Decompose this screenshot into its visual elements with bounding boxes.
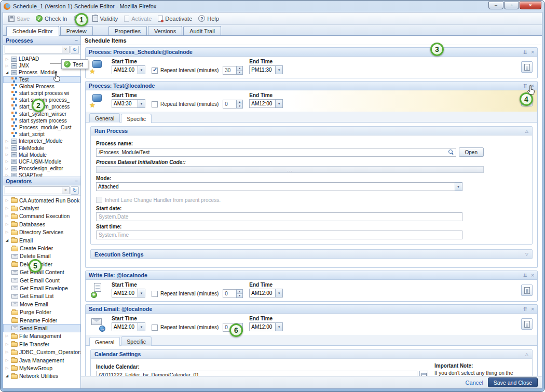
tree-item[interactable]: ▷Databases: [3, 220, 80, 228]
help-button[interactable]: ?Help: [196, 14, 222, 23]
tab-specific[interactable]: Specific: [121, 336, 152, 346]
clear-search-icon[interactable]: ×: [62, 46, 69, 53]
tree-item[interactable]: ▷CA Automated Run Book: [3, 196, 80, 204]
deactivate-button[interactable]: Deactivate: [155, 15, 195, 23]
panel-header[interactable]: Send Email: @localnode⇈×: [86, 305, 537, 314]
start-time-select[interactable]: AM12:00▼: [112, 65, 145, 74]
tree-item[interactable]: start_system_winser: [3, 111, 80, 117]
refresh-icon[interactable]: ↻: [71, 46, 79, 54]
activate-button[interactable]: Activate: [121, 15, 154, 23]
chevron-down-icon[interactable]: ▼: [138, 289, 145, 298]
close-icon[interactable]: ×: [531, 49, 534, 55]
expand-icon[interactable]: ▷: [5, 153, 9, 157]
tree-item[interactable]: Get Email Envelope: [3, 284, 80, 292]
tree-item[interactable]: ▷SOAPTest: [3, 172, 80, 177]
search-icon[interactable]: [448, 150, 454, 155]
expand-icon[interactable]: ▷: [5, 222, 9, 226]
end-time-select[interactable]: AM12:00▼: [249, 322, 283, 331]
chevron-down-icon[interactable]: ▼: [455, 182, 462, 191]
chevron-down-icon[interactable]: ▼: [275, 99, 283, 108]
tree-item[interactable]: ▷MyNewGroup: [3, 364, 80, 372]
panel-header[interactable]: Write File: @localnode⇊×: [86, 271, 537, 280]
start-time-input[interactable]: System.Time: [96, 231, 462, 239]
close-button[interactable]: ×: [520, 2, 541, 9]
cancel-link[interactable]: Cancel: [466, 380, 483, 386]
tab-preview[interactable]: Preview: [60, 26, 93, 35]
tree-item[interactable]: start_script: [3, 131, 80, 138]
interval-spinner[interactable]: 30▲▼: [223, 66, 243, 75]
panel-header[interactable]: Process: Test@localnode⇈×: [86, 82, 537, 90]
close-icon[interactable]: ×: [531, 273, 534, 278]
calendar-picker-button[interactable]: [419, 371, 428, 376]
process-name-input[interactable]: /Process_Module/Test: [96, 148, 456, 157]
tree-item[interactable]: Global Process: [3, 83, 80, 90]
check-in-button[interactable]: ✓Check In: [33, 14, 70, 23]
collapse-section-icon[interactable]: △: [525, 129, 528, 133]
expand-icon[interactable]: ▷: [5, 350, 9, 354]
tree-item[interactable]: ◢Network Utilities: [3, 372, 80, 380]
interval-spinner[interactable]: 0▲▼: [223, 289, 243, 298]
calendar-settings-header[interactable]: Calendar Settings△: [91, 350, 532, 359]
tree-item[interactable]: Get Email List: [3, 292, 80, 300]
tab-specific[interactable]: Specific: [121, 114, 152, 123]
spinner-up-icon[interactable]: ▲: [237, 290, 242, 293]
collapse-icon[interactable]: ⇈: [523, 306, 527, 312]
tab-versions[interactable]: Versions: [148, 26, 182, 35]
tree-item[interactable]: start system process: [3, 117, 80, 124]
expand-icon[interactable]: ▷: [5, 167, 9, 171]
run-process-header[interactable]: Run Process△: [91, 127, 532, 136]
expand-icon[interactable]: ▷: [5, 57, 9, 61]
tree-item[interactable]: Delete Email: [3, 252, 80, 260]
inherit-lane-checkbox[interactable]: [96, 197, 102, 203]
expand-icon[interactable]: ▷: [5, 366, 9, 370]
repeat-interval-checkbox[interactable]: ✓: [152, 67, 158, 74]
item-report-button[interactable]: [521, 318, 533, 330]
spinner-down-icon[interactable]: ▼: [237, 70, 242, 74]
tab-audit-trail[interactable]: Audit Trail: [183, 26, 221, 35]
save-and-close-button[interactable]: Save and Close: [488, 377, 538, 387]
spinner-up-icon[interactable]: ▲: [237, 66, 242, 70]
expand-icon[interactable]: ▷: [5, 214, 9, 218]
start-time-select[interactable]: AM12:00▼: [112, 322, 145, 331]
item-report-button[interactable]: [521, 61, 533, 73]
end-time-select[interactable]: PM11:30▼: [249, 65, 283, 74]
tree-item[interactable]: ▷File Management: [3, 332, 80, 340]
expand-icon[interactable]: ▷: [5, 139, 9, 143]
expand-section-icon[interactable]: ▽: [525, 252, 528, 256]
expand-icon[interactable]: ▷: [5, 206, 9, 210]
operators-collapse-icon[interactable]: −: [75, 178, 78, 184]
tab-general[interactable]: General: [89, 113, 120, 123]
maximize-button[interactable]: ▫: [504, 2, 519, 9]
repeat-interval-checkbox[interactable]: [152, 291, 158, 297]
tab-general[interactable]: General: [89, 337, 120, 346]
tree-item-selected[interactable]: Test: [3, 76, 80, 83]
collapse-section-icon[interactable]: △: [525, 352, 528, 357]
collapse-icon[interactable]: ⇊: [523, 49, 527, 55]
tree-item[interactable]: Purge Folder: [3, 308, 80, 316]
expand-icon[interactable]: ▷: [5, 146, 9, 150]
tree-item[interactable]: ◢Process_Module: [3, 69, 80, 76]
expand-icon[interactable]: ▷: [5, 198, 9, 202]
panel-header[interactable]: Process: Process_Schedule@localnode⇊×: [86, 48, 537, 57]
start-date-input[interactable]: System.Date: [96, 212, 462, 221]
tree-item[interactable]: ▷Procsdesign_editor: [3, 165, 80, 172]
validity-button[interactable]: Validity: [90, 14, 121, 23]
tab-properties[interactable]: Properties: [108, 26, 147, 35]
operators-header[interactable]: Operators−: [3, 177, 80, 185]
expand-icon[interactable]: ▷: [5, 358, 9, 362]
mode-select[interactable]: Attached▼: [96, 182, 462, 191]
tree-item[interactable]: ▷Java Management: [3, 356, 80, 364]
collapse-icon[interactable]: ⇊: [523, 273, 527, 278]
expand-icon[interactable]: ▷: [5, 342, 9, 346]
tree-item[interactable]: ▷JDBC_Custom_Operators: [3, 348, 80, 356]
tree-item[interactable]: Create Folder: [3, 244, 80, 252]
minimize-button[interactable]: –: [488, 2, 503, 9]
chevron-down-icon[interactable]: ▼: [275, 65, 283, 74]
start-time-select[interactable]: AM3:30▼: [112, 99, 145, 108]
processes-search-input[interactable]: ×: [5, 46, 70, 53]
tree-item[interactable]: ◢Email: [3, 236, 80, 244]
tree-item[interactable]: ▷File Transfer: [3, 340, 80, 348]
titlebar[interactable]: Schedule_1 (Version 1)-Schedule Editor -…: [4, 1, 541, 11]
end-time-select[interactable]: AM12:00▼: [249, 99, 283, 108]
close-icon[interactable]: ×: [531, 306, 534, 312]
